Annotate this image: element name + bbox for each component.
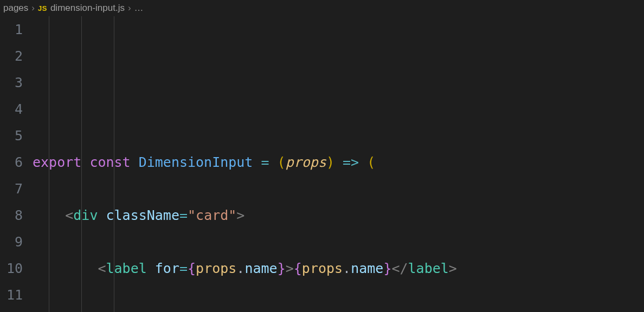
obj-props: props bbox=[196, 261, 236, 276]
arrow: => bbox=[343, 154, 359, 170]
chevron-right-icon: › bbox=[128, 3, 131, 14]
dot: . bbox=[236, 261, 244, 276]
line-number: 9 bbox=[0, 229, 23, 255]
line-number: 6 bbox=[0, 149, 23, 176]
prop-name: name bbox=[351, 261, 383, 276]
jsx-brace-close: } bbox=[383, 261, 391, 276]
obj-props: props bbox=[302, 261, 343, 276]
tag-close: > bbox=[449, 261, 457, 276]
line-number-gutter: 1 2 3 4 5 6 7 8 9 10 11 bbox=[0, 16, 33, 312]
tag-open: </ bbox=[391, 261, 408, 276]
tag-close: > bbox=[236, 207, 244, 223]
line-number: 1 bbox=[0, 16, 23, 43]
breadcrumb-file[interactable]: dimension-input.js bbox=[50, 3, 125, 14]
breadcrumb-symbol[interactable]: … bbox=[134, 3, 144, 14]
jsx-brace-open: { bbox=[188, 261, 196, 276]
breadcrumb-folder[interactable]: pages bbox=[3, 3, 28, 14]
keyword-const: const bbox=[89, 154, 130, 170]
prop-name: name bbox=[244, 261, 277, 276]
dot: . bbox=[343, 261, 351, 276]
paren-open: ( bbox=[278, 154, 286, 170]
jsx-brace-open: { bbox=[294, 261, 302, 276]
line-number: 8 bbox=[0, 202, 23, 229]
jsx-brace-close: } bbox=[278, 261, 286, 276]
attr-classname: className bbox=[106, 207, 179, 223]
line-number: 2 bbox=[0, 43, 23, 69]
paren-close: ) bbox=[326, 154, 334, 170]
tag-open: < bbox=[65, 207, 73, 223]
code-line[interactable]: <div className="card"> bbox=[33, 202, 522, 229]
line-number: 3 bbox=[0, 69, 23, 96]
code-area[interactable]: export const DimensionInput = (props) =>… bbox=[33, 16, 522, 312]
attr-for: for bbox=[155, 261, 179, 276]
line-number: 10 bbox=[0, 255, 23, 282]
code-line[interactable]: <label for={props.name}>{props.name}</la… bbox=[33, 255, 522, 282]
function-name: DimensionInput bbox=[139, 154, 253, 170]
line-number: 7 bbox=[0, 176, 23, 202]
breadcrumb[interactable]: pages › JS dimension-input.js › … bbox=[0, 0, 644, 16]
operator-equals: = bbox=[261, 154, 269, 170]
keyword-export: export bbox=[33, 154, 81, 170]
tag-label: label bbox=[408, 261, 449, 276]
line-number: 4 bbox=[0, 96, 23, 122]
tag-close: > bbox=[286, 261, 294, 276]
tag-label: label bbox=[106, 261, 146, 276]
operator-equals: = bbox=[179, 207, 188, 223]
js-file-icon: JS bbox=[38, 4, 47, 12]
operator-equals: = bbox=[179, 261, 188, 276]
tag-open: < bbox=[98, 261, 106, 276]
tag-div: div bbox=[73, 207, 98, 223]
code-line[interactable]: export const DimensionInput = (props) =>… bbox=[33, 149, 522, 176]
chevron-right-icon: › bbox=[31, 3, 35, 14]
paren-open: ( bbox=[367, 154, 375, 170]
line-number: 5 bbox=[0, 122, 23, 149]
string-card: "card" bbox=[188, 207, 236, 223]
code-line[interactable]: <input bbox=[33, 308, 522, 312]
code-editor[interactable]: 1 2 3 4 5 6 7 8 9 10 11 export const Dim… bbox=[0, 16, 644, 312]
param-props: props bbox=[286, 154, 326, 170]
line-number: 11 bbox=[0, 282, 23, 308]
